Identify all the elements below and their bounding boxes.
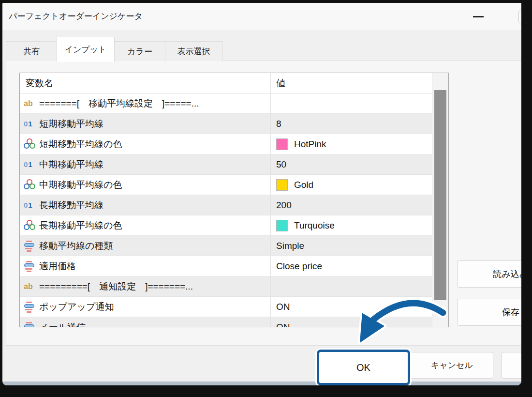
tab-colors[interactable]: カラー xyxy=(114,41,166,61)
enum-param-icon xyxy=(24,260,36,272)
param-value-cell[interactable]: 8 xyxy=(271,114,432,134)
param-rows: ab =======[ 移動平均線設定 ]=====... 01 短期移動平均線… xyxy=(20,93,432,327)
color-param-icon xyxy=(24,179,36,191)
param-name: 短期移動平均線 xyxy=(39,114,266,134)
param-value-cell[interactable]: ON xyxy=(271,297,432,317)
text-param-icon: ab xyxy=(24,98,36,109)
load-button[interactable]: 読み込み xyxy=(457,260,521,288)
param-name: 移動平均線の種類 xyxy=(39,236,266,256)
param-value-cell[interactable] xyxy=(271,93,432,113)
table-row[interactable]: ab =========[ 通知設定 ]=======... xyxy=(20,276,432,297)
param-name: =========[ 通知設定 ]=======... xyxy=(39,276,266,296)
table-row[interactable]: 01 短期移動平均線 8 xyxy=(20,114,432,134)
param-value-cell[interactable]: Simple xyxy=(271,236,432,256)
table-scrollbar[interactable] xyxy=(432,73,448,327)
partial-button[interactable] xyxy=(502,352,521,379)
table-row[interactable]: 短期移動平均線の色 HotPink xyxy=(20,134,432,154)
table-row[interactable]: 移動平均線の種類 Simple xyxy=(20,236,432,256)
table-row[interactable]: 01 長期移動平均線 200 xyxy=(20,195,432,215)
param-value: 50 xyxy=(276,159,286,170)
color-swatch xyxy=(276,220,288,231)
enum-param-icon xyxy=(24,301,36,313)
parameters-table: 変数名 値 ab =======[ 移動平均線設定 ]=====... 01 短… xyxy=(19,73,449,327)
cancel-button[interactable]: キャンセル xyxy=(411,352,493,379)
titlebar: パーフェクトオーダーインジケータ xyxy=(2,3,521,30)
table-row[interactable]: 01 中期移動平均線 50 xyxy=(20,154,432,175)
param-name: 短期移動平均線の色 xyxy=(39,134,266,154)
indicator-settings-dialog: パーフェクトオーダーインジケータ 共有 インプット カラー 表示選択 変数名 値… xyxy=(2,3,521,385)
param-value-cell[interactable]: Gold xyxy=(271,175,432,195)
param-value-cell[interactable]: 50 xyxy=(271,154,432,174)
table-row[interactable]: 中期移動平均線の色 Gold xyxy=(20,175,432,195)
minimize-button[interactable] xyxy=(466,7,491,26)
param-value-cell[interactable]: HotPink xyxy=(271,134,432,154)
tab-inputs[interactable]: インプット xyxy=(57,37,115,62)
table-row[interactable]: ab =======[ 移動平均線設定 ]=====... xyxy=(20,93,432,114)
color-swatch xyxy=(276,179,288,191)
table-row[interactable]: ポップアップ通知 ON xyxy=(20,297,432,317)
param-name: 中期移動平均線 xyxy=(39,154,266,174)
int-param-icon: 01 xyxy=(24,118,36,130)
param-value: 200 xyxy=(276,200,292,211)
param-value-cell[interactable]: Turquoise xyxy=(271,215,432,235)
tab-common[interactable]: 共有 xyxy=(6,41,58,61)
param-value-cell[interactable]: ON xyxy=(271,317,432,327)
column-divider xyxy=(270,73,271,327)
param-value: Gold xyxy=(294,180,313,190)
param-name: 長期移動平均線 xyxy=(39,195,266,215)
partial-titlebar-button[interactable] xyxy=(518,9,521,25)
param-value: HotPink xyxy=(294,139,326,150)
column-header-value: 値 xyxy=(276,73,285,93)
text-param-icon: ab xyxy=(24,281,36,292)
param-value: 8 xyxy=(276,119,281,129)
table-header: 変数名 値 xyxy=(20,73,448,94)
save-button[interactable]: 保存 xyxy=(457,299,521,326)
param-value-cell[interactable]: 200 xyxy=(271,195,432,215)
table-row[interactable]: 長期移動平均線の色 Turquoise xyxy=(20,215,432,236)
param-value-cell[interactable]: Close price xyxy=(271,256,432,276)
param-value: Turquoise xyxy=(294,220,335,231)
color-swatch xyxy=(276,138,288,150)
enum-param-icon xyxy=(24,321,36,327)
param-name: =======[ 移動平均線設定 ]=====... xyxy=(39,93,266,113)
table-row[interactable]: 適用価格 Close price xyxy=(20,256,432,276)
param-name: ポップアップ通知 xyxy=(39,297,266,317)
param-value: ON xyxy=(276,322,290,327)
int-param-icon: 01 xyxy=(24,199,36,211)
enum-param-icon xyxy=(24,240,36,252)
param-value: Close price xyxy=(276,261,322,272)
param-value: ON xyxy=(276,302,290,312)
param-value-cell[interactable] xyxy=(271,276,432,296)
color-param-icon xyxy=(24,220,36,231)
scrollbar-thumb[interactable] xyxy=(434,90,446,300)
param-name: メール送信 xyxy=(39,317,266,327)
int-param-icon: 01 xyxy=(24,159,36,170)
param-name: 中期移動平均線の色 xyxy=(39,175,266,195)
window-bottom-edge xyxy=(2,382,521,385)
window-title: パーフェクトオーダーインジケータ xyxy=(9,3,143,30)
color-param-icon xyxy=(24,138,36,150)
table-row[interactable]: メール送信 ON xyxy=(20,317,432,327)
ok-button[interactable]: OK xyxy=(317,350,410,385)
tab-visualization[interactable]: 表示選択 xyxy=(165,41,222,61)
param-value: Simple xyxy=(276,241,304,251)
minimize-icon xyxy=(473,16,484,17)
column-header-name: 変数名 xyxy=(26,73,53,93)
param-name: 適用価格 xyxy=(39,256,266,276)
param-name: 長期移動平均線の色 xyxy=(39,215,266,235)
